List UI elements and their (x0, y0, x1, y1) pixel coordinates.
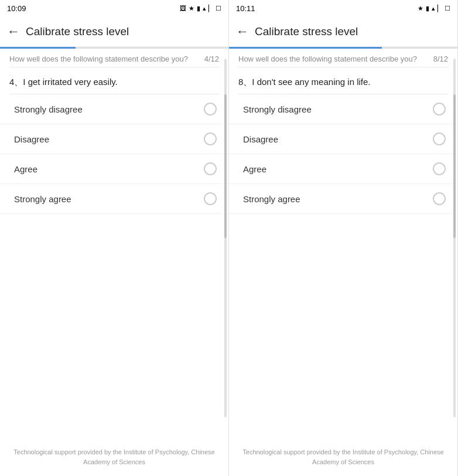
page-title-left: Calibrate stress level (26, 25, 129, 38)
options-list-right: Strongly disagree Disagree Agree Strongl… (229, 94, 457, 220)
option-label-sa-right: Strongly agree (243, 194, 300, 204)
option-label-sd-right: Strongly disagree (243, 104, 312, 114)
footer-right: Technological support provided by the In… (229, 447, 457, 467)
option-label-d-left: Disagree (14, 134, 49, 144)
time-right: 10:11 (236, 4, 255, 13)
battery-icon: ☐ (216, 5, 221, 12)
option-label-a-left: Agree (14, 164, 37, 174)
option-disagree-right[interactable]: Disagree (229, 124, 457, 154)
option-agree-left[interactable]: Agree (0, 154, 228, 184)
signal-icon: ▏ (209, 5, 213, 12)
radio-sd-right[interactable] (433, 103, 446, 115)
option-strongly-disagree-left[interactable]: Strongly disagree (0, 94, 228, 124)
progress-bar-right (229, 47, 457, 49)
option-label-sd-left: Strongly disagree (14, 104, 83, 114)
radio-d-left[interactable] (204, 132, 217, 145)
subtitle-text-right: How well does the following statement de… (238, 55, 417, 63)
status-bar-left: 10:09 🖼 ★ ▮ ▴ ▏ ☐ (0, 0, 228, 16)
option-disagree-left[interactable]: Disagree (0, 124, 228, 154)
subtitle-text-left: How well does the following statement de… (9, 55, 188, 63)
option-label-a-right: Agree (243, 164, 266, 174)
time-left: 10:09 (7, 4, 26, 13)
option-label-d-right: Disagree (243, 134, 278, 144)
option-strongly-agree-left[interactable]: Strongly agree (0, 184, 228, 214)
mute-icon: ▮ (197, 5, 200, 12)
option-strongly-agree-right[interactable]: Strongly agree (229, 184, 457, 214)
progress-fill-left (0, 47, 76, 49)
progress-fill-right (229, 47, 382, 49)
footer-left: Technological support provided by the In… (0, 447, 228, 467)
status-icons-left: 🖼 ★ ▮ ▴ ▏ ☐ (180, 5, 221, 12)
bluetooth-icon-r: ★ (418, 5, 423, 12)
screen-left: 10:09 🖼 ★ ▮ ▴ ▏ ☐ ← Calibrate stress lev… (0, 0, 229, 476)
progress-count-left: 4/12 (204, 55, 219, 63)
option-agree-right[interactable]: Agree (229, 154, 457, 184)
radio-sd-left[interactable] (204, 103, 217, 115)
page-title-right: Calibrate stress level (255, 25, 358, 38)
wifi-icon-r: ▴ (432, 5, 435, 12)
back-button-right[interactable]: ← (236, 24, 249, 39)
subtitle-row-right: How well does the following statement de… (229, 49, 457, 67)
radio-sa-right[interactable] (433, 192, 446, 205)
status-icons-right: ★ ▮ ▴ ▏ ☐ (418, 5, 450, 12)
radio-a-right[interactable] (433, 162, 446, 175)
scroll-indicator-right (453, 59, 456, 417)
option-strongly-disagree-right[interactable]: Strongly disagree (229, 94, 457, 124)
subtitle-row-left: How well does the following statement de… (0, 49, 228, 67)
battery-icon-r: ☐ (445, 5, 450, 12)
question-left: 4、I get irritated very easily. (0, 67, 228, 94)
top-bar-left: ← Calibrate stress level (0, 16, 228, 47)
signal-icon-r: ▏ (438, 5, 442, 12)
radio-a-left[interactable] (204, 162, 217, 175)
top-bar-right: ← Calibrate stress level (229, 16, 457, 47)
option-label-sa-left: Strongly agree (14, 194, 71, 204)
screen-right: 10:11 ★ ▮ ▴ ▏ ☐ ← Calibrate stress level… (229, 0, 458, 476)
scroll-thumb-left (224, 94, 227, 238)
mute-icon-r: ▮ (426, 5, 429, 12)
radio-d-right[interactable] (433, 132, 446, 145)
wifi-icon: ▴ (203, 5, 206, 12)
scroll-indicator-left (224, 59, 227, 417)
bluetooth-icon: ★ (189, 5, 194, 12)
progress-count-right: 8/12 (433, 55, 448, 63)
image-icon: 🖼 (180, 5, 186, 12)
scroll-thumb-right (453, 94, 456, 238)
status-bar-right: 10:11 ★ ▮ ▴ ▏ ☐ (229, 0, 457, 16)
progress-bar-left (0, 47, 228, 49)
radio-sa-left[interactable] (204, 192, 217, 205)
question-right: 8、I don't see any meaning in life. (229, 67, 457, 94)
options-list-left: Strongly disagree Disagree Agree Strongl… (0, 94, 228, 220)
back-button-left[interactable]: ← (7, 24, 20, 39)
